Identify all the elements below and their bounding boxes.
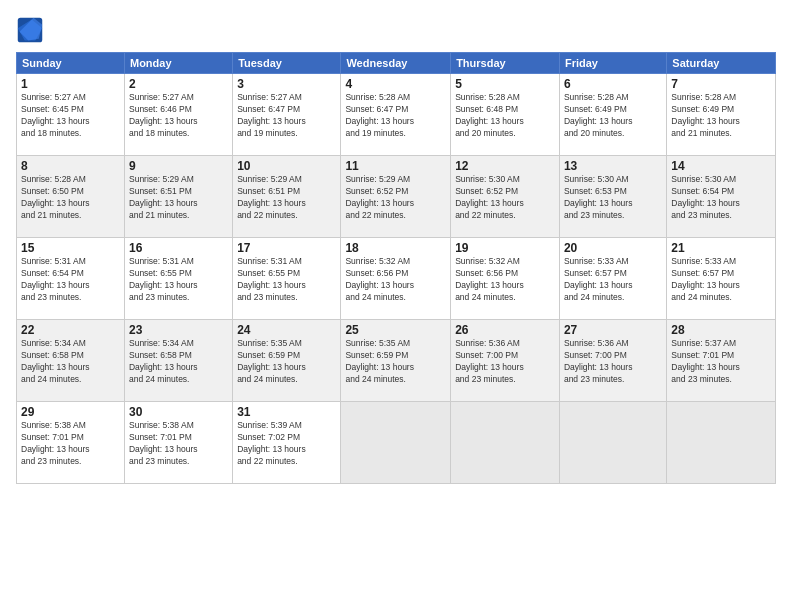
calendar-cell: 3Sunrise: 5:27 AM Sunset: 6:47 PM Daylig… xyxy=(233,74,341,156)
day-number: 24 xyxy=(237,323,336,337)
day-number: 9 xyxy=(129,159,228,173)
day-number: 3 xyxy=(237,77,336,91)
day-number: 11 xyxy=(345,159,446,173)
day-header-wednesday: Wednesday xyxy=(341,53,451,74)
day-number: 5 xyxy=(455,77,555,91)
day-number: 12 xyxy=(455,159,555,173)
day-number: 4 xyxy=(345,77,446,91)
day-info: Sunrise: 5:28 AM Sunset: 6:47 PM Dayligh… xyxy=(345,92,446,140)
calendar-cell: 15Sunrise: 5:31 AM Sunset: 6:54 PM Dayli… xyxy=(17,238,125,320)
calendar-cell: 2Sunrise: 5:27 AM Sunset: 6:46 PM Daylig… xyxy=(124,74,232,156)
calendar-cell: 29Sunrise: 5:38 AM Sunset: 7:01 PM Dayli… xyxy=(17,402,125,484)
calendar-cell: 25Sunrise: 5:35 AM Sunset: 6:59 PM Dayli… xyxy=(341,320,451,402)
calendar-cell: 8Sunrise: 5:28 AM Sunset: 6:50 PM Daylig… xyxy=(17,156,125,238)
day-info: Sunrise: 5:28 AM Sunset: 6:49 PM Dayligh… xyxy=(564,92,662,140)
day-info: Sunrise: 5:38 AM Sunset: 7:01 PM Dayligh… xyxy=(129,420,228,468)
day-number: 20 xyxy=(564,241,662,255)
day-number: 19 xyxy=(455,241,555,255)
day-header-friday: Friday xyxy=(559,53,666,74)
day-info: Sunrise: 5:31 AM Sunset: 6:55 PM Dayligh… xyxy=(237,256,336,304)
day-number: 18 xyxy=(345,241,446,255)
day-info: Sunrise: 5:32 AM Sunset: 6:56 PM Dayligh… xyxy=(455,256,555,304)
day-number: 6 xyxy=(564,77,662,91)
day-header-sunday: Sunday xyxy=(17,53,125,74)
day-number: 13 xyxy=(564,159,662,173)
day-number: 16 xyxy=(129,241,228,255)
logo xyxy=(16,16,48,44)
calendar-body: 1Sunrise: 5:27 AM Sunset: 6:45 PM Daylig… xyxy=(17,74,776,484)
day-info: Sunrise: 5:36 AM Sunset: 7:00 PM Dayligh… xyxy=(564,338,662,386)
day-info: Sunrise: 5:39 AM Sunset: 7:02 PM Dayligh… xyxy=(237,420,336,468)
calendar-cell: 22Sunrise: 5:34 AM Sunset: 6:58 PM Dayli… xyxy=(17,320,125,402)
day-info: Sunrise: 5:34 AM Sunset: 6:58 PM Dayligh… xyxy=(21,338,120,386)
day-info: Sunrise: 5:33 AM Sunset: 6:57 PM Dayligh… xyxy=(564,256,662,304)
day-number: 23 xyxy=(129,323,228,337)
calendar-cell: 12Sunrise: 5:30 AM Sunset: 6:52 PM Dayli… xyxy=(451,156,560,238)
week-row-2: 8Sunrise: 5:28 AM Sunset: 6:50 PM Daylig… xyxy=(17,156,776,238)
calendar-cell: 30Sunrise: 5:38 AM Sunset: 7:01 PM Dayli… xyxy=(124,402,232,484)
day-info: Sunrise: 5:29 AM Sunset: 6:51 PM Dayligh… xyxy=(129,174,228,222)
calendar-cell: 6Sunrise: 5:28 AM Sunset: 6:49 PM Daylig… xyxy=(559,74,666,156)
day-info: Sunrise: 5:33 AM Sunset: 6:57 PM Dayligh… xyxy=(671,256,771,304)
day-number: 2 xyxy=(129,77,228,91)
calendar-cell xyxy=(559,402,666,484)
calendar-cell: 28Sunrise: 5:37 AM Sunset: 7:01 PM Dayli… xyxy=(667,320,776,402)
day-header-thursday: Thursday xyxy=(451,53,560,74)
calendar-cell: 19Sunrise: 5:32 AM Sunset: 6:56 PM Dayli… xyxy=(451,238,560,320)
day-header-monday: Monday xyxy=(124,53,232,74)
day-info: Sunrise: 5:27 AM Sunset: 6:47 PM Dayligh… xyxy=(237,92,336,140)
calendar-cell xyxy=(451,402,560,484)
day-info: Sunrise: 5:32 AM Sunset: 6:56 PM Dayligh… xyxy=(345,256,446,304)
week-row-5: 29Sunrise: 5:38 AM Sunset: 7:01 PM Dayli… xyxy=(17,402,776,484)
week-row-1: 1Sunrise: 5:27 AM Sunset: 6:45 PM Daylig… xyxy=(17,74,776,156)
calendar-cell: 31Sunrise: 5:39 AM Sunset: 7:02 PM Dayli… xyxy=(233,402,341,484)
calendar-cell: 16Sunrise: 5:31 AM Sunset: 6:55 PM Dayli… xyxy=(124,238,232,320)
day-info: Sunrise: 5:31 AM Sunset: 6:54 PM Dayligh… xyxy=(21,256,120,304)
day-info: Sunrise: 5:29 AM Sunset: 6:51 PM Dayligh… xyxy=(237,174,336,222)
day-number: 27 xyxy=(564,323,662,337)
day-number: 29 xyxy=(21,405,120,419)
calendar-cell xyxy=(341,402,451,484)
day-number: 21 xyxy=(671,241,771,255)
header xyxy=(16,16,776,44)
day-info: Sunrise: 5:27 AM Sunset: 6:45 PM Dayligh… xyxy=(21,92,120,140)
day-number: 14 xyxy=(671,159,771,173)
calendar-cell: 27Sunrise: 5:36 AM Sunset: 7:00 PM Dayli… xyxy=(559,320,666,402)
day-info: Sunrise: 5:27 AM Sunset: 6:46 PM Dayligh… xyxy=(129,92,228,140)
calendar-cell: 21Sunrise: 5:33 AM Sunset: 6:57 PM Dayli… xyxy=(667,238,776,320)
day-info: Sunrise: 5:38 AM Sunset: 7:01 PM Dayligh… xyxy=(21,420,120,468)
day-number: 17 xyxy=(237,241,336,255)
day-info: Sunrise: 5:36 AM Sunset: 7:00 PM Dayligh… xyxy=(455,338,555,386)
day-info: Sunrise: 5:28 AM Sunset: 6:48 PM Dayligh… xyxy=(455,92,555,140)
week-row-4: 22Sunrise: 5:34 AM Sunset: 6:58 PM Dayli… xyxy=(17,320,776,402)
calendar-cell: 5Sunrise: 5:28 AM Sunset: 6:48 PM Daylig… xyxy=(451,74,560,156)
calendar-cell: 20Sunrise: 5:33 AM Sunset: 6:57 PM Dayli… xyxy=(559,238,666,320)
calendar-cell: 4Sunrise: 5:28 AM Sunset: 6:47 PM Daylig… xyxy=(341,74,451,156)
day-info: Sunrise: 5:31 AM Sunset: 6:55 PM Dayligh… xyxy=(129,256,228,304)
calendar-cell: 18Sunrise: 5:32 AM Sunset: 6:56 PM Dayli… xyxy=(341,238,451,320)
day-info: Sunrise: 5:30 AM Sunset: 6:53 PM Dayligh… xyxy=(564,174,662,222)
day-header-saturday: Saturday xyxy=(667,53,776,74)
day-number: 1 xyxy=(21,77,120,91)
calendar-cell: 17Sunrise: 5:31 AM Sunset: 6:55 PM Dayli… xyxy=(233,238,341,320)
calendar-cell: 1Sunrise: 5:27 AM Sunset: 6:45 PM Daylig… xyxy=(17,74,125,156)
calendar-cell: 13Sunrise: 5:30 AM Sunset: 6:53 PM Dayli… xyxy=(559,156,666,238)
calendar-cell: 10Sunrise: 5:29 AM Sunset: 6:51 PM Dayli… xyxy=(233,156,341,238)
day-number: 7 xyxy=(671,77,771,91)
day-info: Sunrise: 5:35 AM Sunset: 6:59 PM Dayligh… xyxy=(345,338,446,386)
day-number: 25 xyxy=(345,323,446,337)
calendar-cell: 14Sunrise: 5:30 AM Sunset: 6:54 PM Dayli… xyxy=(667,156,776,238)
calendar-cell: 23Sunrise: 5:34 AM Sunset: 6:58 PM Dayli… xyxy=(124,320,232,402)
day-number: 22 xyxy=(21,323,120,337)
day-info: Sunrise: 5:37 AM Sunset: 7:01 PM Dayligh… xyxy=(671,338,771,386)
week-row-3: 15Sunrise: 5:31 AM Sunset: 6:54 PM Dayli… xyxy=(17,238,776,320)
day-info: Sunrise: 5:28 AM Sunset: 6:50 PM Dayligh… xyxy=(21,174,120,222)
day-number: 8 xyxy=(21,159,120,173)
day-info: Sunrise: 5:30 AM Sunset: 6:54 PM Dayligh… xyxy=(671,174,771,222)
logo-icon xyxy=(16,16,44,44)
day-info: Sunrise: 5:34 AM Sunset: 6:58 PM Dayligh… xyxy=(129,338,228,386)
day-number: 10 xyxy=(237,159,336,173)
day-info: Sunrise: 5:30 AM Sunset: 6:52 PM Dayligh… xyxy=(455,174,555,222)
calendar-cell: 9Sunrise: 5:29 AM Sunset: 6:51 PM Daylig… xyxy=(124,156,232,238)
calendar: SundayMondayTuesdayWednesdayThursdayFrid… xyxy=(16,52,776,484)
